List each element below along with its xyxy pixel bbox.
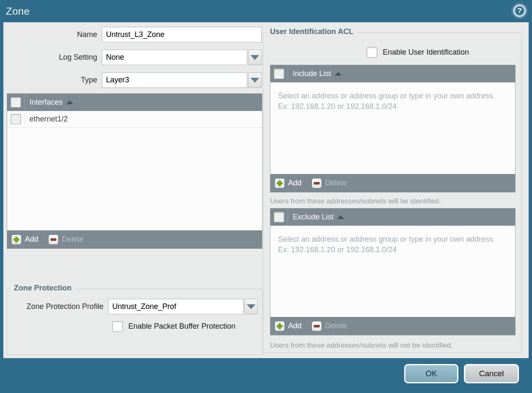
- chevron-down-icon: [247, 304, 255, 309]
- cancel-button[interactable]: Cancel: [464, 364, 519, 383]
- row-checkbox[interactable]: [11, 114, 21, 124]
- user-identification-group: User Identification ACL Enable User Iden…: [263, 32, 521, 353]
- type-dropdown-button[interactable]: [248, 72, 262, 88]
- include-list-placeholder: Select an address or address group or ty…: [278, 91, 507, 112]
- exclude-header-checkbox-cell: [270, 208, 288, 226]
- delete-button-label: Delete: [325, 179, 347, 187]
- plus-icon: [11, 235, 21, 245]
- help-icon[interactable]: ?: [513, 5, 526, 17]
- interfaces-body: ethernet1/2: [7, 111, 262, 230]
- minus-icon: [312, 321, 322, 331]
- interfaces-header: Interfaces: [7, 94, 262, 111]
- exclude-list-footer: Add Delete: [270, 317, 515, 335]
- interfaces-select-all-checkbox[interactable]: [11, 97, 21, 108]
- exclude-list-header: Exclude List: [270, 208, 515, 226]
- add-button[interactable]: Add: [275, 321, 302, 331]
- type-row: Type: [6, 72, 262, 88]
- exclude-list-placeholder: Select an address or address group or ty…: [278, 234, 507, 255]
- chevron-down-icon: [251, 78, 259, 82]
- exclude-list-caption: Users from these addresses/subnets will …: [270, 341, 453, 350]
- delete-button[interactable]: Delete: [312, 321, 347, 331]
- include-list-header: Include List: [270, 65, 515, 82]
- zone-protection-profile-input[interactable]: [108, 299, 244, 314]
- type-label: Type: [6, 76, 102, 84]
- log-setting-row: Log Setting: [6, 49, 262, 65]
- interfaces-header-label: Interfaces: [29, 98, 63, 107]
- name-input[interactable]: [102, 27, 262, 42]
- include-list-caption: Users from these addresses/subnets will …: [270, 197, 441, 206]
- name-row: Name: [6, 26, 262, 42]
- sort-ascending-icon: [335, 72, 341, 76]
- plus-icon: [275, 321, 285, 331]
- include-list-column-header[interactable]: Include List: [293, 69, 341, 78]
- delete-button[interactable]: Delete: [312, 178, 347, 188]
- include-select-all-checkbox[interactable]: [274, 69, 284, 79]
- log-setting-combo: [102, 50, 262, 65]
- add-button-label: Add: [25, 235, 38, 244]
- include-list-panel: Include List Select an address or addres…: [270, 65, 516, 193]
- delete-button-label: Delete: [325, 322, 347, 330]
- interfaces-header-checkbox-cell: [7, 94, 25, 111]
- row-checkbox-cell: [7, 111, 25, 127]
- exclude-list-body[interactable]: Select an address or address group or ty…: [270, 226, 515, 317]
- name-label: Name: [6, 30, 102, 39]
- include-header-checkbox-cell: [270, 65, 288, 82]
- zone-protection-profile-dropdown-button[interactable]: [244, 299, 258, 314]
- packet-buffer-protection-label: Enable Packet Buffer Protection: [128, 322, 236, 331]
- interface-name: ethernet1/2: [29, 115, 68, 124]
- zone-dialog: Name Log Setting Type Interfaces: [3, 22, 529, 358]
- zone-protection-profile-row: Zone Protection Profile: [7, 298, 258, 314]
- include-list-header-label: Include List: [293, 69, 331, 78]
- delete-button-label: Delete: [62, 235, 84, 244]
- log-setting-input[interactable]: [102, 50, 247, 65]
- sort-ascending-icon: [66, 100, 73, 104]
- zone-protection-profile-label: Zone Protection Profile: [7, 302, 108, 311]
- add-button[interactable]: Add: [11, 235, 38, 245]
- minus-icon: [48, 235, 58, 245]
- dialog-titlebar: Zone ?: [0, 0, 532, 22]
- sort-ascending-icon: [337, 215, 344, 219]
- interfaces-column-header[interactable]: Interfaces: [29, 98, 73, 107]
- enable-user-identification-label: Enable User Identification: [383, 48, 469, 57]
- zone-protection-group: Zone Protection Zone Protection Profile …: [7, 289, 262, 355]
- plus-icon: [275, 178, 285, 188]
- interfaces-panel: Interfaces ethernet1/2 Add Delete: [7, 93, 262, 249]
- type-combo: [102, 72, 262, 88]
- exclude-select-all-checkbox[interactable]: [274, 212, 284, 222]
- exclude-list-panel: Exclude List Select an address or addres…: [270, 208, 516, 335]
- interfaces-footer: Add Delete: [7, 230, 262, 248]
- page-title: Zone: [6, 5, 30, 17]
- chevron-down-icon: [251, 55, 259, 60]
- user-identification-legend: User Identification ACL: [267, 27, 357, 36]
- zone-protection-legend: Zone Protection: [11, 284, 75, 293]
- ok-button[interactable]: OK: [404, 364, 458, 383]
- include-list-footer: Add Delete: [270, 174, 515, 192]
- add-button[interactable]: Add: [275, 178, 302, 188]
- packet-buffer-protection-checkbox[interactable]: [112, 321, 123, 332]
- log-setting-label: Log Setting: [6, 53, 102, 62]
- type-input[interactable]: [102, 72, 247, 88]
- packet-buffer-protection-row: Enable Packet Buffer Protection: [112, 321, 236, 332]
- exclude-list-header-label: Exclude List: [293, 213, 333, 222]
- table-row[interactable]: ethernet1/2: [7, 111, 262, 128]
- zone-protection-profile-combo: [108, 299, 258, 314]
- exclude-list-column-header[interactable]: Exclude List: [293, 213, 344, 222]
- enable-user-identification-row: Enable User Identification: [367, 47, 469, 58]
- include-list-body[interactable]: Select an address or address group or ty…: [270, 82, 515, 174]
- add-button-label: Add: [288, 322, 302, 330]
- log-setting-dropdown-button[interactable]: [248, 50, 262, 65]
- minus-icon: [312, 178, 322, 188]
- add-button-label: Add: [288, 179, 302, 187]
- enable-user-identification-checkbox[interactable]: [367, 47, 377, 58]
- delete-button[interactable]: Delete: [48, 235, 84, 245]
